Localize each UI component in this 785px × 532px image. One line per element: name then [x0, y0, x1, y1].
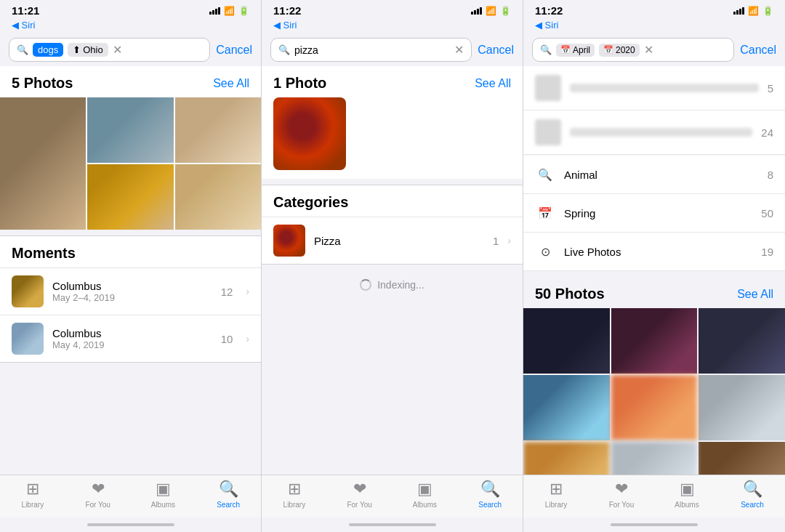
- cal-icon-2020: 📅: [603, 45, 613, 55]
- spring-photo-6[interactable]: [699, 375, 785, 440]
- tag-2020[interactable]: 📅 2020: [599, 44, 640, 57]
- photo-cell-3[interactable]: [175, 97, 261, 163]
- tab-search-1[interactable]: 🔍 Search: [196, 480, 261, 509]
- photos-count-2: 1 Photo: [273, 75, 326, 92]
- category-filters-section: 🔍 Animal 8 📅 Spring 50 ⊙ Live Photos 19: [523, 156, 785, 271]
- tag-ohio[interactable]: ⬆ Ohio: [68, 43, 108, 57]
- tab-foryou-label-3: For You: [609, 501, 634, 509]
- see-all-photos-2[interactable]: See All: [475, 77, 511, 90]
- tag-dogs[interactable]: dogs: [33, 43, 63, 57]
- cancel-btn-3[interactable]: Cancel: [740, 44, 776, 57]
- tab-search-3[interactable]: 🔍 Search: [720, 480, 785, 509]
- search-bar-3: 🔍 📅 April 📅 2020 ✕ Cancel: [523, 33, 785, 66]
- result-rows-section: 5 24: [523, 66, 785, 155]
- library-icon-3: ⊞: [550, 480, 563, 499]
- see-all-photos-1[interactable]: See All: [213, 77, 249, 90]
- tab-foryou-2[interactable]: ❤ For You: [327, 480, 392, 509]
- panel-2: 11:22 📶 🔋 ◀ Siri 🔍 pizza ✕ Cancel 1 Phot…: [262, 0, 523, 532]
- category-spring[interactable]: 📅 Spring 50: [523, 194, 785, 233]
- category-pizza-count: 1: [493, 235, 499, 247]
- status-time-2: 11:22: [273, 4, 301, 17]
- animal-label: Animal: [564, 169, 759, 181]
- search-tab-icon-3: 🔍: [743, 480, 762, 499]
- status-bar-1: 11:21 📶 🔋: [0, 0, 261, 20]
- search-field-1[interactable]: 🔍 dogs ⬆ Ohio ✕: [9, 38, 210, 62]
- photo-cell-4[interactable]: [87, 164, 173, 230]
- tab-library-label-3: Library: [545, 501, 568, 509]
- tab-library-3[interactable]: ⊞ Library: [523, 480, 589, 509]
- signal-icon-2: [471, 7, 482, 15]
- spring-photo-3[interactable]: [699, 308, 785, 374]
- status-bar-2: 11:22 📶 🔋: [262, 0, 523, 20]
- clear-search-1[interactable]: ✕: [113, 43, 122, 57]
- home-indicator-3: [523, 517, 785, 532]
- moment-name-1: Columbus: [52, 280, 212, 292]
- photo-cell-5[interactable]: [175, 164, 261, 230]
- indexing-row: Indexing...: [262, 265, 523, 305]
- livephotos-count: 19: [761, 246, 773, 258]
- result-thumb-2: [535, 119, 561, 145]
- indexing-spinner: [360, 279, 371, 291]
- search-text-pizza[interactable]: pizza: [294, 44, 450, 56]
- siri-label-2: ◀ Siri: [262, 20, 523, 33]
- tab-search-label-3: Search: [741, 501, 764, 509]
- foryou-icon-2: ❤: [353, 480, 366, 499]
- photos-header-3: 50 Photos See All: [523, 277, 785, 308]
- cancel-btn-1[interactable]: Cancel: [216, 44, 252, 57]
- library-icon: ⊞: [26, 480, 39, 499]
- chevron-pizza: ›: [507, 235, 511, 246]
- result-row-1[interactable]: 5: [523, 66, 785, 110]
- tab-bar-1: ⊞ Library ❤ For You ▣ Albums 🔍 Search: [0, 475, 261, 517]
- spring-photo-2[interactable]: [611, 308, 698, 374]
- tab-albums-3[interactable]: ▣ Albums: [654, 480, 720, 509]
- wifi-icon: 📶: [224, 6, 235, 16]
- panel-1: 11:21 📶 🔋 ◀ Siri 🔍 dogs ⬆ Ohio ✕ Cancel: [0, 0, 262, 532]
- moment-item-1[interactable]: Columbus May 2–4, 2019 12 ›: [0, 267, 261, 315]
- photos-header-1: 5 Photos See All: [0, 66, 261, 97]
- moment-info-2: Columbus May 4, 2019: [52, 327, 212, 350]
- result-thumb-1: [535, 75, 561, 101]
- category-pizza-item[interactable]: Pizza 1 ›: [262, 217, 523, 264]
- tab-search-2[interactable]: 🔍 Search: [457, 480, 523, 509]
- content-3: 5 24 🔍 Animal 8 📅 Spring 50 ⊙ Live P: [523, 66, 785, 475]
- photo-cell-2[interactable]: [87, 97, 173, 163]
- spring-photo-7[interactable]: [523, 442, 610, 475]
- tab-foryou-1[interactable]: ❤ For You: [65, 480, 131, 509]
- clear-search-2[interactable]: ✕: [454, 43, 464, 57]
- result-label-blurred-1: [570, 84, 759, 92]
- tab-library-2[interactable]: ⊞ Library: [262, 480, 327, 509]
- foryou-icon-3: ❤: [615, 480, 628, 499]
- clear-search-3[interactable]: ✕: [644, 43, 653, 57]
- livephotos-icon: ⊙: [535, 241, 555, 262]
- tag-april[interactable]: 📅 April: [556, 44, 595, 57]
- spring-photo-8[interactable]: [611, 442, 698, 475]
- tab-library-1[interactable]: ⊞ Library: [0, 480, 65, 509]
- spring-photo-9[interactable]: [699, 442, 785, 475]
- cancel-btn-2[interactable]: Cancel: [478, 44, 514, 57]
- wifi-icon-2: 📶: [486, 6, 496, 16]
- tab-foryou-3[interactable]: ❤ For You: [589, 480, 654, 509]
- result-count-1: 5: [768, 82, 773, 94]
- pizza-photo-container[interactable]: [262, 97, 523, 179]
- pizza-photo[interactable]: [273, 97, 346, 170]
- search-field-3[interactable]: 🔍 📅 April 📅 2020 ✕: [532, 38, 734, 62]
- spring-label: Spring: [564, 207, 752, 219]
- spring-photo-1[interactable]: [523, 308, 610, 374]
- albums-icon: ▣: [156, 480, 171, 499]
- spring-photo-5[interactable]: [611, 375, 698, 440]
- moment-name-2: Columbus: [52, 327, 212, 339]
- status-icons-3: 📶 🔋: [733, 6, 773, 16]
- search-field-2[interactable]: 🔍 pizza ✕: [270, 38, 472, 62]
- moment-item-2[interactable]: Columbus May 4, 2019 10 ›: [0, 315, 261, 362]
- tab-albums-1[interactable]: ▣ Albums: [131, 480, 196, 509]
- result-row-2[interactable]: 24: [523, 110, 785, 155]
- search-bar-1: 🔍 dogs ⬆ Ohio ✕ Cancel: [0, 33, 261, 66]
- see-all-photos-3[interactable]: See All: [737, 288, 773, 301]
- albums-icon-3: ▣: [680, 480, 695, 499]
- spring-photo-4[interactable]: [523, 375, 610, 440]
- tab-albums-2[interactable]: ▣ Albums: [392, 480, 458, 509]
- category-livephotos[interactable]: ⊙ Live Photos 19: [523, 233, 785, 271]
- category-animal[interactable]: 🔍 Animal 8: [523, 156, 785, 194]
- livephotos-label: Live Photos: [564, 246, 752, 258]
- photo-cell-1[interactable]: [0, 97, 86, 230]
